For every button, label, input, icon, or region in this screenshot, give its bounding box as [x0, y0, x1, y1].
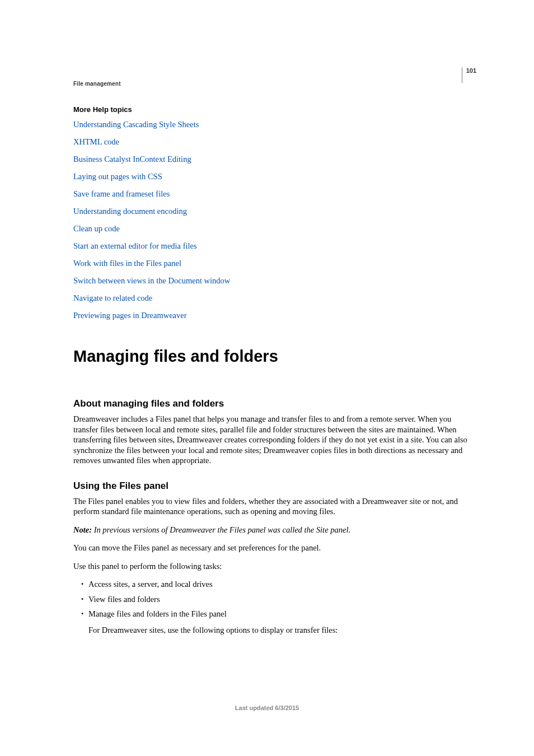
help-link[interactable]: Business Catalyst InContext Editing	[73, 155, 191, 164]
note-label: Note:	[73, 525, 92, 534]
list-item-text: View files and folders	[88, 595, 160, 604]
help-link[interactable]: Clean up code	[73, 224, 120, 233]
page-footer: Last updated 6/3/2015	[0, 704, 534, 711]
page-number: 101	[462, 67, 476, 83]
body-paragraph: Use this panel to perform the following …	[73, 561, 476, 572]
section-heading: About managing files and folders	[73, 398, 476, 409]
list-item-text: Manage files and folders in the Files pa…	[88, 609, 227, 618]
help-link[interactable]: Understanding document encoding	[73, 207, 187, 216]
page-content: More Help topics Understanding Cascading…	[73, 105, 476, 640]
list-item: Access sites, a server, and local drives	[81, 579, 476, 590]
help-link[interactable]: XHTML code	[73, 137, 119, 146]
note-paragraph: Note: In previous versions of Dreamweave…	[73, 525, 476, 535]
note-body: In previous versions of Dreamweaver the …	[92, 525, 350, 534]
help-link[interactable]: Start an external editor for media files	[73, 241, 197, 250]
list-item: Manage files and folders in the Files pa…	[81, 609, 476, 635]
body-paragraph: Dreamweaver includes a Files panel that …	[73, 414, 476, 466]
running-header: File management	[73, 81, 121, 87]
help-link[interactable]: Switch between views in the Document win…	[73, 276, 230, 285]
help-link[interactable]: Understanding Cascading Style Sheets	[73, 120, 199, 129]
page-title: Managing files and folders	[73, 347, 476, 366]
help-link[interactable]: Laying out pages with CSS	[73, 172, 162, 181]
list-item: View files and folders	[81, 594, 476, 605]
body-paragraph: You can move the Files panel as necessar…	[73, 543, 476, 553]
help-link[interactable]: Save frame and frameset files	[73, 189, 170, 198]
help-link[interactable]: Previewing pages in Dreamweaver	[73, 311, 187, 320]
more-help-heading: More Help topics	[73, 105, 476, 114]
bullet-list: Access sites, a server, and local drives…	[73, 579, 476, 635]
document-page: 101 File management More Help topics Und…	[0, 0, 534, 756]
help-link[interactable]: Navigate to related code	[73, 293, 152, 302]
help-link[interactable]: Work with files in the Files panel	[73, 259, 181, 268]
body-paragraph: The Files panel enables you to view file…	[73, 496, 476, 517]
list-item-sub-paragraph: For Dreamweaver sites, use the following…	[88, 625, 476, 636]
list-item-text: Access sites, a server, and local drives	[88, 580, 213, 589]
section-heading: Using the Files panel	[73, 480, 476, 492]
help-links-list: Understanding Cascading Style Sheets XHT…	[73, 119, 476, 320]
